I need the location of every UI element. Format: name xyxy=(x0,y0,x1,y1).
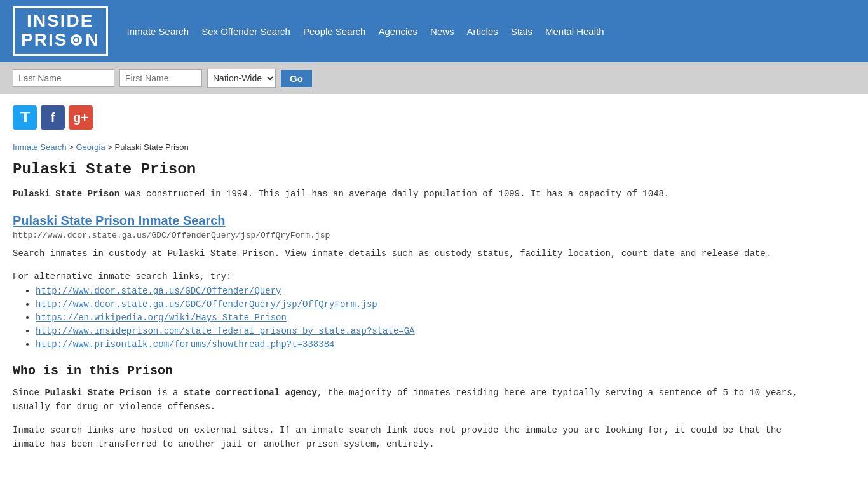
facebook-icon[interactable]: f xyxy=(41,105,65,130)
logo-pris-text: PRIS xyxy=(21,30,67,50)
site-logo[interactable]: INSIDE PRIS N xyxy=(13,6,108,56)
site-header: INSIDE PRIS N Inmate SearchSex Offender … xyxy=(0,0,868,62)
social-icons: 𝕋 f g+ xyxy=(0,94,868,136)
nav-item-articles[interactable]: Articles xyxy=(467,26,498,37)
list-item: https://en.wikipedia.org/wiki/Hays_State… xyxy=(36,312,813,323)
who-para1-bold1: Pulaski State Prison xyxy=(44,388,151,398)
intro-text: was constructed in 1994. This jail has a… xyxy=(119,189,669,199)
main-content: Inmate Search > Georgia > Pulaski State … xyxy=(0,136,826,479)
logo-n-text: N xyxy=(85,30,99,50)
nav-item-mental-health[interactable]: Mental Health xyxy=(545,26,604,37)
list-item: http://www.prisontalk.com/forums/showthr… xyxy=(36,339,813,349)
search-description: Search inmates in custody at Pulaski Sta… xyxy=(13,247,813,261)
googleplus-icon[interactable]: g+ xyxy=(69,105,93,130)
who-para1-mid: is a xyxy=(151,388,183,398)
logo-circle-inner xyxy=(73,37,79,43)
logo-line1: INSIDE xyxy=(21,12,100,30)
logo-circle-icon xyxy=(69,32,84,48)
inmate-search-link[interactable]: Pulaski State Prison Inmate Search xyxy=(13,214,226,227)
alt-link[interactable]: http://www.dcor.state.ga.us/GDC/Offender… xyxy=(36,299,377,309)
search-bar: Nation-Wide Go xyxy=(0,62,868,94)
who-para2: Inmate search links are hosted on extern… xyxy=(13,423,813,452)
last-name-input[interactable] xyxy=(13,69,114,87)
breadcrumb-inmate-search[interactable]: Inmate Search xyxy=(13,142,67,152)
go-button[interactable]: Go xyxy=(281,70,312,87)
nav-item-people-search[interactable]: People Search xyxy=(303,26,365,37)
who-para1: Since Pulaski State Prison is a state co… xyxy=(13,386,813,414)
twitter-icon[interactable]: 𝕋 xyxy=(13,105,37,130)
breadcrumb-sep1: > xyxy=(69,142,76,152)
nav-item-agencies[interactable]: Agencies xyxy=(378,26,417,37)
nav-item-news[interactable]: News xyxy=(430,26,454,37)
list-item: http://www.insideprison.com/state_federa… xyxy=(36,325,813,336)
list-item: http://www.dcor.state.ga.us/GDC/Offender… xyxy=(36,285,813,296)
logo-line2: PRIS N xyxy=(21,30,100,50)
breadcrumb-sep2: > xyxy=(107,142,114,152)
alt-link[interactable]: http://www.insideprison.com/state_federa… xyxy=(36,326,415,336)
alt-links-list: http://www.dcor.state.ga.us/GDC/Offender… xyxy=(13,285,813,349)
nav-item-inmate-search[interactable]: Inmate Search xyxy=(127,26,189,37)
intro-paragraph: Pulaski State Prison was constructed in … xyxy=(13,187,813,201)
intro-bold-name: Pulaski State Prison xyxy=(13,189,119,199)
nav-item-stats[interactable]: Stats xyxy=(511,26,532,37)
inmate-search-url: http://www.dcor.state.ga.us/GDC/Offender… xyxy=(13,231,813,240)
list-item: http://www.dcor.state.ga.us/GDC/Offender… xyxy=(36,299,813,309)
who-para1-pre: Since xyxy=(13,388,44,398)
page-title: Pulaski State Prison xyxy=(13,161,813,178)
alt-link[interactable]: http://www.dcor.state.ga.us/GDC/Offender… xyxy=(36,286,281,296)
who-para1-bold2: state correctional agency xyxy=(184,388,317,398)
inmate-search-heading: Pulaski State Prison Inmate Search xyxy=(13,214,813,228)
alt-links-intro: For alternative inmate search links, try… xyxy=(13,271,813,281)
breadcrumb-georgia[interactable]: Georgia xyxy=(76,142,105,152)
main-nav: Inmate SearchSex Offender SearchPeople S… xyxy=(127,26,604,37)
breadcrumb: Inmate Search > Georgia > Pulaski State … xyxy=(13,142,813,152)
region-select[interactable]: Nation-Wide xyxy=(207,69,276,88)
alt-link[interactable]: https://en.wikipedia.org/wiki/Hays_State… xyxy=(36,313,287,323)
breadcrumb-current: Pulaski State Prison xyxy=(114,142,188,152)
alt-link[interactable]: http://www.prisontalk.com/forums/showthr… xyxy=(36,339,334,349)
who-section-heading: Who is in this Prison xyxy=(13,363,813,378)
first-name-input[interactable] xyxy=(119,69,202,87)
nav-item-sex-offender-search[interactable]: Sex Offender Search xyxy=(201,26,290,37)
